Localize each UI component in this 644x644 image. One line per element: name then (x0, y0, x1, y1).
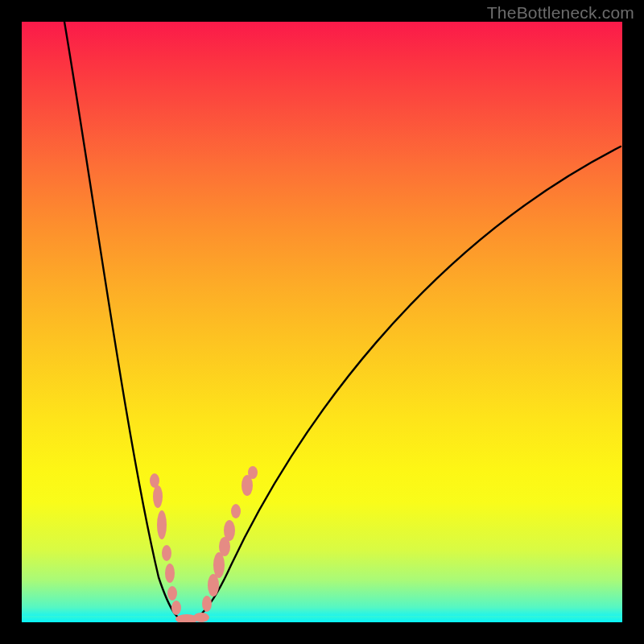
data-marker (248, 466, 258, 479)
data-marker (162, 545, 171, 561)
data-marker (224, 520, 235, 541)
data-marker (157, 510, 167, 539)
chart-overlay-svg (22, 22, 622, 622)
bottleneck-curve (64, 22, 621, 621)
watermark-text: TheBottleneck.com (487, 3, 634, 23)
data-marker (231, 504, 241, 518)
data-marker (213, 552, 225, 578)
data-marker (202, 596, 212, 612)
data-marker (153, 485, 163, 508)
data-marker (193, 613, 209, 622)
data-marker (165, 564, 175, 583)
data-marker (171, 601, 181, 615)
data-marker (167, 586, 177, 601)
